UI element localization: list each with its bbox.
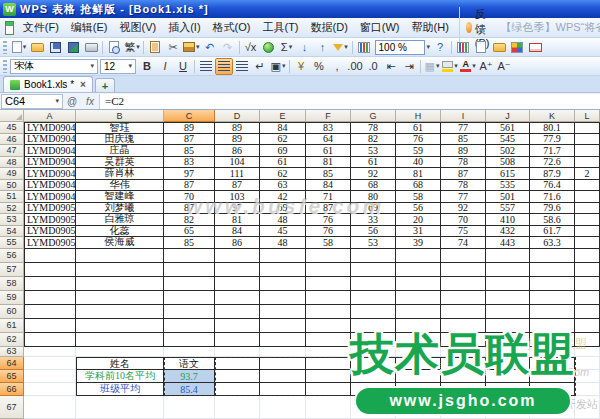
- new-document-icon[interactable]: ▾: [10, 39, 28, 56]
- underline-button[interactable]: U: [174, 58, 192, 75]
- cell-H56[interactable]: [396, 249, 441, 263]
- cell-A66[interactable]: [24, 383, 76, 396]
- cell-G56[interactable]: [351, 249, 396, 263]
- select-all-corner[interactable]: [0, 110, 24, 122]
- merge-center-button[interactable]: ▣▾: [269, 58, 287, 75]
- column-header-F[interactable]: F: [306, 110, 351, 122]
- cell-K64[interactable]: [530, 357, 575, 370]
- cell-E58[interactable]: [260, 277, 306, 291]
- cell-C57[interactable]: [164, 263, 215, 277]
- column-header-H[interactable]: H: [396, 110, 441, 122]
- row-header-46[interactable]: 46: [0, 134, 24, 146]
- cell-G51[interactable]: 80: [351, 191, 396, 203]
- cell-C60[interactable]: [164, 305, 215, 319]
- cell-A63[interactable]: [24, 347, 76, 358]
- insert-chart-icon[interactable]: [355, 39, 373, 56]
- file-manager-icon[interactable]: [490, 39, 508, 56]
- toolbar-grip[interactable]: [3, 60, 7, 73]
- cell-D50[interactable]: 87: [215, 180, 260, 192]
- cell-G47[interactable]: 53: [351, 145, 396, 157]
- cell-F62[interactable]: [306, 333, 351, 347]
- decrease-font-button[interactable]: A⁻: [495, 58, 513, 75]
- zoom-select[interactable]: 100 %▾: [373, 39, 432, 56]
- cell-D59[interactable]: [215, 291, 260, 305]
- cell-J63[interactable]: [486, 347, 530, 358]
- sort-descending-icon[interactable]: ↑: [314, 39, 332, 56]
- cell-D47[interactable]: 86: [215, 145, 260, 157]
- cell-L52[interactable]: [575, 203, 600, 215]
- cell-C45[interactable]: 89: [164, 122, 215, 134]
- cell-E59[interactable]: [260, 291, 306, 305]
- cell-G65[interactable]: [351, 370, 396, 383]
- cell-F64[interactable]: [306, 357, 351, 370]
- new-tab-button[interactable]: +: [95, 78, 115, 92]
- cell-G64[interactable]: [351, 357, 396, 370]
- cell-B59[interactable]: [76, 291, 164, 305]
- cell-J47[interactable]: 502: [486, 145, 530, 157]
- cell-C56[interactable]: [164, 249, 215, 263]
- cell-K66[interactable]: [530, 383, 575, 396]
- export-icon[interactable]: [64, 39, 82, 56]
- cell-K58[interactable]: [530, 277, 575, 291]
- cell-L64[interactable]: [575, 357, 600, 370]
- cell-F56[interactable]: [306, 249, 351, 263]
- align-left-button[interactable]: [197, 58, 215, 75]
- cell-G52[interactable]: 69: [351, 203, 396, 215]
- cell-L53[interactable]: [575, 214, 600, 226]
- cell-B67[interactable]: [76, 396, 164, 419]
- cell-B66[interactable]: 班级平均: [76, 383, 164, 396]
- cell-E65[interactable]: [260, 370, 306, 383]
- cell-H58[interactable]: [396, 277, 441, 291]
- cell-C59[interactable]: [164, 291, 215, 305]
- recalculate-icon[interactable]: [260, 39, 278, 56]
- row-header-61[interactable]: 61: [0, 319, 24, 333]
- cell-I50[interactable]: 78: [441, 180, 486, 192]
- cell-H63[interactable]: [396, 347, 441, 358]
- cell-L47[interactable]: [575, 145, 600, 157]
- cell-C58[interactable]: [164, 277, 215, 291]
- cell-L58[interactable]: [575, 277, 600, 291]
- cell-I49[interactable]: 87: [441, 168, 486, 180]
- cell-K61[interactable]: [530, 319, 575, 333]
- cell-I64[interactable]: [441, 357, 486, 370]
- name-box[interactable]: C64 ▾: [1, 94, 63, 109]
- cell-C65[interactable]: 93.7: [164, 370, 215, 383]
- cell-G67[interactable]: [351, 396, 396, 419]
- cell-E49[interactable]: 62: [260, 168, 306, 180]
- cell-B54[interactable]: 化蕊: [76, 226, 164, 238]
- cell-I59[interactable]: [441, 291, 486, 305]
- cell-I48[interactable]: 78: [441, 157, 486, 169]
- cell-H47[interactable]: 59: [396, 145, 441, 157]
- cell-K52[interactable]: 79.6: [530, 203, 575, 215]
- cell-L54[interactable]: [575, 226, 600, 238]
- cell-J46[interactable]: 545: [486, 134, 530, 146]
- cell-I57[interactable]: [441, 263, 486, 277]
- cell-F53[interactable]: 76: [306, 214, 351, 226]
- cell-L56[interactable]: [575, 249, 600, 263]
- cell-C53[interactable]: 82: [164, 214, 215, 226]
- cell-B55[interactable]: 侯海威: [76, 237, 164, 249]
- cell-H66[interactable]: [396, 383, 441, 396]
- increase-decimal-button[interactable]: .00: [346, 58, 364, 75]
- cell-J54[interactable]: 432: [486, 226, 530, 238]
- cell-L60[interactable]: [575, 305, 600, 319]
- cell-I51[interactable]: 77: [441, 191, 486, 203]
- convert-traditional-icon[interactable]: 繁▾: [123, 39, 141, 56]
- cell-G53[interactable]: 33: [351, 214, 396, 226]
- cell-I47[interactable]: 89: [441, 145, 486, 157]
- cell-K63[interactable]: [530, 347, 575, 358]
- cell-F48[interactable]: 81: [306, 157, 351, 169]
- cell-J50[interactable]: 535: [486, 180, 530, 192]
- cell-K50[interactable]: 76.4: [530, 180, 575, 192]
- row-header-55[interactable]: 55: [0, 237, 24, 249]
- cell-G60[interactable]: [351, 305, 396, 319]
- cell-C63[interactable]: [164, 347, 215, 358]
- cell-J56[interactable]: [486, 249, 530, 263]
- cell-G46[interactable]: 82: [351, 134, 396, 146]
- cell-B52[interactable]: 刘梦曦: [76, 203, 164, 215]
- cell-A58[interactable]: [24, 277, 76, 291]
- cell-I60[interactable]: [441, 305, 486, 319]
- cell-L67[interactable]: [575, 396, 600, 419]
- italic-button[interactable]: I: [156, 58, 174, 75]
- menu-item[interactable]: 插入(I): [162, 18, 206, 37]
